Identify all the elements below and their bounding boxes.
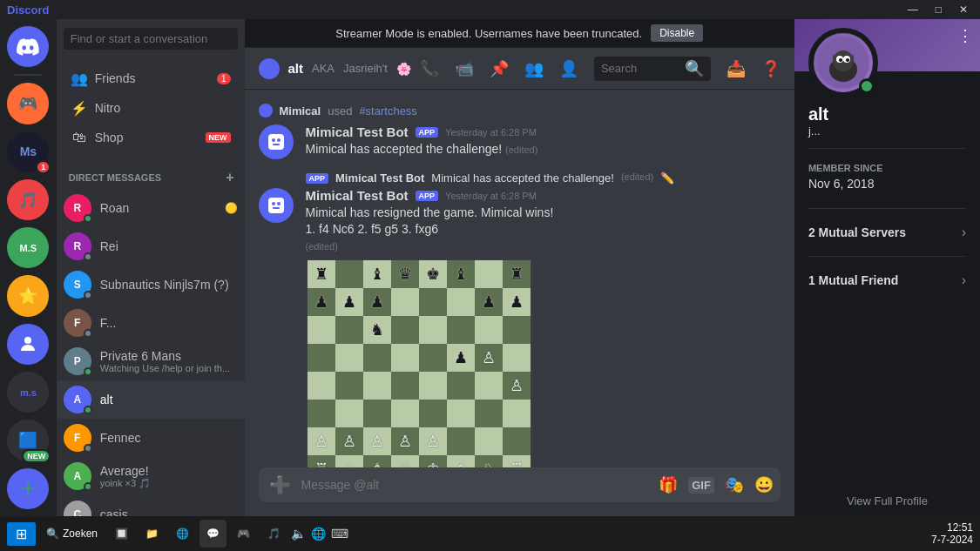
dm-item-rei[interactable]: R Rei <box>57 227 245 265</box>
sticker-icon[interactable]: 🎭 <box>725 475 744 494</box>
edit-icon[interactable]: ✏️ <box>660 171 674 185</box>
chess-cell-1-2[interactable]: ♟ <box>363 288 391 316</box>
taskbar-explorer[interactable]: 📁 <box>139 520 166 548</box>
chess-cell-3-1[interactable] <box>335 344 363 372</box>
disable-streamer-button[interactable]: Disable <box>651 24 703 42</box>
dm-item-subnautics[interactable]: S Subnautics Ninjls7m (?) <box>57 265 245 304</box>
chess-cell-5-1[interactable] <box>335 400 363 427</box>
chat-search-input[interactable] <box>601 62 679 75</box>
chess-cell-2-3[interactable] <box>391 316 419 344</box>
gift-icon[interactable]: 🎁 <box>659 475 678 494</box>
profile-icon[interactable]: 👤 <box>559 59 578 78</box>
chess-cell-4-0[interactable] <box>308 372 335 400</box>
server-icon-3[interactable]: 🎵 <box>7 179 49 220</box>
chess-cell-5-0[interactable] <box>308 400 335 427</box>
taskbar-icon-2[interactable]: 🌐 <box>311 527 326 541</box>
profile-kebab-icon[interactable]: ⋮ <box>957 26 973 45</box>
chess-cell-6-7[interactable] <box>503 427 531 455</box>
chess-cell-1-1[interactable]: ♟ <box>335 288 363 316</box>
server-icon-7[interactable]: m.s <box>7 372 49 413</box>
mutual-friend-row[interactable]: 1 Mutual Friend › <box>794 264 980 297</box>
chess-cell-2-6[interactable] <box>475 316 503 344</box>
chess-cell-2-4[interactable] <box>419 316 447 344</box>
chess-cell-1-7[interactable]: ♟ <box>503 288 531 316</box>
chess-cell-6-3[interactable]: ♙ <box>391 427 419 455</box>
chess-cell-1-0[interactable]: ♟ <box>308 288 335 316</box>
chess-cell-3-4[interactable] <box>419 344 447 372</box>
chess-cell-5-5[interactable] <box>447 400 475 427</box>
chess-cell-1-5[interactable] <box>447 288 475 316</box>
chess-cell-6-6[interactable] <box>475 427 503 455</box>
emoji-icon[interactable]: 😀 <box>754 475 774 494</box>
chess-cell-1-3[interactable] <box>391 288 419 316</box>
chess-cell-7-6[interactable]: ♘ <box>475 455 503 467</box>
chess-cell-0-3[interactable]: ♛ <box>391 260 419 288</box>
chess-cell-7-3[interactable]: ♕ <box>391 455 419 467</box>
chess-cell-7-0[interactable]: ♖ <box>308 455 335 467</box>
taskbar-game[interactable]: 🎮 <box>230 520 257 548</box>
chess-cell-0-6[interactable] <box>475 260 503 288</box>
chess-cell-0-2[interactable]: ♝ <box>363 260 391 288</box>
add-attachment-button[interactable]: ➕ <box>266 467 294 502</box>
server-icon-5[interactable]: ⭐ <box>7 275 49 316</box>
chess-cell-7-5[interactable]: ♗ <box>447 455 475 467</box>
pin-icon[interactable]: 📌 <box>490 59 509 78</box>
chess-cell-3-6[interactable]: ♙ <box>475 344 503 372</box>
chess-cell-5-4[interactable] <box>419 400 447 427</box>
chess-cell-2-5[interactable] <box>447 316 475 344</box>
chess-cell-1-4[interactable] <box>419 288 447 316</box>
chess-cell-6-4[interactable]: ♙ <box>419 427 447 455</box>
view-full-profile-button[interactable]: View Full Profile <box>794 486 980 516</box>
chess-cell-3-0[interactable] <box>308 344 335 372</box>
chess-cell-0-4[interactable]: ♚ <box>419 260 447 288</box>
gif-icon[interactable]: GIF <box>688 477 714 494</box>
chess-cell-4-4[interactable] <box>419 372 447 400</box>
chess-cell-3-2[interactable] <box>363 344 391 372</box>
taskbar-edge[interactable]: 🌐 <box>169 520 196 548</box>
chess-cell-2-2[interactable]: ♞ <box>363 316 391 344</box>
search-input[interactable] <box>64 28 238 50</box>
members-icon[interactable]: 👥 <box>524 59 544 78</box>
taskbar-task-view[interactable]: 🔲 <box>108 520 135 548</box>
server-icon-6[interactable] <box>7 324 49 365</box>
chess-cell-5-2[interactable] <box>363 400 391 427</box>
chess-cell-7-7[interactable]: ♖ <box>503 455 531 467</box>
mutual-servers-row[interactable]: 2 Mutual Servers › <box>794 216 980 249</box>
chess-cell-4-3[interactable] <box>391 372 419 400</box>
chess-cell-2-0[interactable] <box>308 316 335 344</box>
chess-cell-4-2[interactable] <box>363 372 391 400</box>
chess-cell-4-5[interactable] <box>447 372 475 400</box>
chess-cell-5-7[interactable] <box>503 400 531 427</box>
taskbar-icon-1[interactable]: 🔈 <box>291 527 306 541</box>
add-dm-button[interactable]: + <box>226 170 233 185</box>
dm-item-alt[interactable]: A alt <box>57 380 245 419</box>
chess-cell-6-5[interactable] <box>447 427 475 455</box>
chess-cell-3-5[interactable]: ♟ <box>447 344 475 372</box>
chess-cell-2-1[interactable] <box>335 316 363 344</box>
start-button[interactable]: ⊞ <box>7 522 36 546</box>
dm-item-roan[interactable]: R Roan 🟡 <box>57 189 245 227</box>
chess-cell-0-5[interactable]: ♝ <box>447 260 475 288</box>
taskbar-music[interactable]: 🎵 <box>260 520 287 548</box>
sidebar-item-friends[interactable]: 👥 Friends 1 <box>64 64 238 93</box>
message-input[interactable] <box>301 469 652 501</box>
taskbar-discord-task[interactable]: 💬 <box>199 520 226 548</box>
chess-cell-4-1[interactable] <box>335 372 363 400</box>
chess-cell-1-6[interactable]: ♟ <box>475 288 503 316</box>
dm-item-f[interactable]: F F... <box>57 304 245 342</box>
chess-cell-0-0[interactable]: ♜ <box>308 260 335 288</box>
help-icon[interactable]: ❓ <box>761 59 781 78</box>
inbox-icon[interactable]: 📥 <box>727 59 746 78</box>
chess-cell-7-4[interactable]: ♔ <box>419 455 447 467</box>
chess-cell-5-3[interactable] <box>391 400 419 427</box>
close-button[interactable]: ✕ <box>954 3 973 16</box>
discord-home-button[interactable] <box>7 26 49 67</box>
chess-cell-0-7[interactable]: ♜ <box>503 260 531 288</box>
chess-cell-7-2[interactable]: ♗ <box>363 455 391 467</box>
call-icon[interactable]: 📞 <box>420 59 439 78</box>
sidebar-item-shop[interactable]: 🛍 Shop NEW <box>64 123 238 152</box>
chess-cell-5-6[interactable] <box>475 400 503 427</box>
chess-cell-6-1[interactable]: ♙ <box>335 427 363 455</box>
dm-item-casis[interactable]: C casis <box>57 495 245 516</box>
server-icon-add[interactable] <box>7 468 49 509</box>
